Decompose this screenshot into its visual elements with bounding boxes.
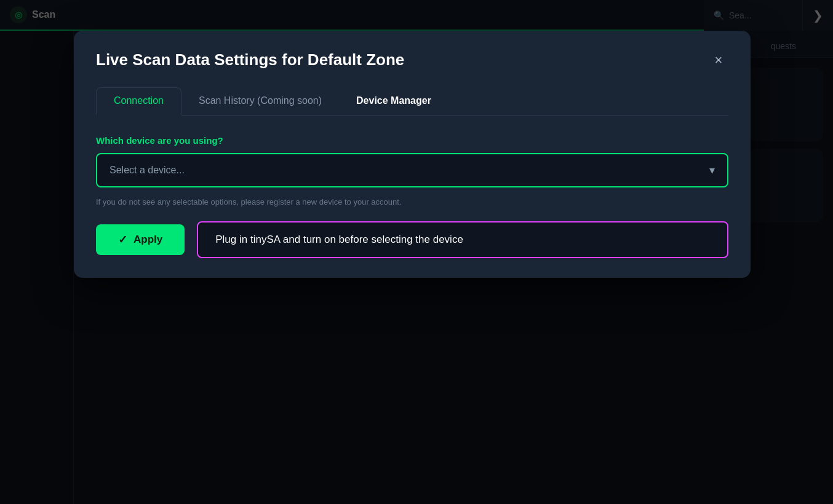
- action-row: ✓ Apply Plug in tinySA and turn on befor…: [96, 221, 728, 258]
- tooltip-text: Plug in tinySA and turn on before select…: [215, 234, 463, 245]
- device-section: Which device are you using? Select a dev…: [96, 135, 728, 258]
- device-helper-text: If you do not see any selectable options…: [96, 197, 728, 207]
- modal-dialog: Live Scan Data Settings for Default Zone…: [74, 31, 751, 278]
- device-select-dropdown[interactable]: Select a device... ▾: [96, 153, 728, 187]
- apply-label: Apply: [134, 234, 162, 246]
- modal-header: Live Scan Data Settings for Default Zone…: [96, 50, 728, 70]
- modal-title: Live Scan Data Settings for Default Zone: [96, 50, 404, 69]
- device-select-value: Select a device...: [110, 165, 185, 176]
- tab-device-manager[interactable]: Device Manager: [339, 87, 448, 116]
- device-section-label: Which device are you using?: [96, 135, 728, 146]
- tab-scan-history[interactable]: Scan History (Coming soon): [181, 87, 339, 116]
- chevron-down-icon: ▾: [709, 163, 715, 177]
- apply-check-icon: ✓: [118, 233, 127, 246]
- tooltip-box: Plug in tinySA and turn on before select…: [197, 221, 728, 258]
- tab-connection[interactable]: Connection: [96, 87, 181, 116]
- modal-tabs: Connection Scan History (Coming soon) De…: [96, 87, 728, 116]
- modal-close-button[interactable]: ×: [709, 50, 728, 70]
- apply-button[interactable]: ✓ Apply: [96, 224, 185, 255]
